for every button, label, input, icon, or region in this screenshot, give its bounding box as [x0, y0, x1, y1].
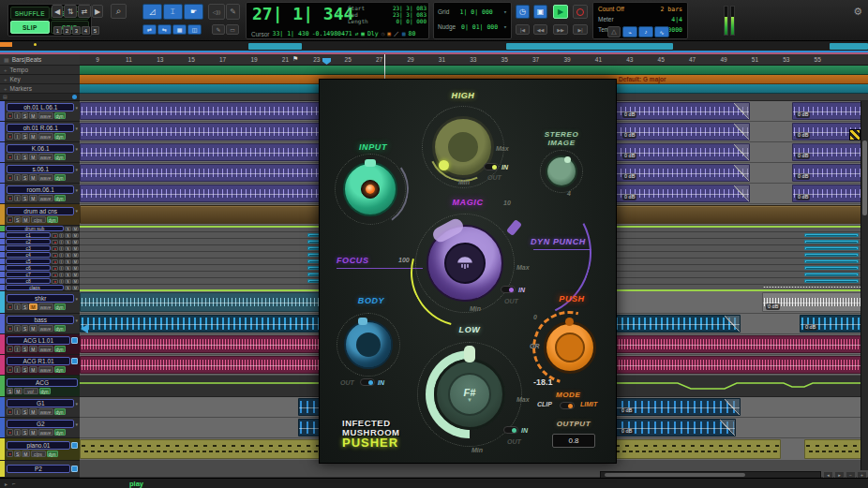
- track-btn-rec[interactable]: ●: [7, 216, 13, 223]
- tempo-ruler-button[interactable]: ⌁: [622, 26, 637, 37]
- clip-region[interactable]: 0 dB: [762, 292, 868, 312]
- track-btn-M[interactable]: M: [29, 112, 37, 119]
- end-value[interactable]: 23| 3| 083: [393, 11, 427, 18]
- count-off-value[interactable]: 2 bars: [661, 6, 682, 13]
- playlist-menu-icon[interactable]: ▾: [75, 126, 78, 131]
- track-btn-S[interactable]: S: [65, 233, 71, 238]
- track-btn-S[interactable]: S: [65, 286, 71, 290]
- track-btn-M[interactable]: M: [72, 259, 79, 264]
- track-btn-M[interactable]: M: [72, 286, 79, 290]
- track-btn-rec[interactable]: ●: [7, 195, 13, 201]
- clip-region[interactable]: 0 dB: [792, 185, 868, 202]
- grid-dropdown-icon[interactable]: ▾: [503, 8, 507, 16]
- clip-region[interactable]: [804, 240, 859, 244]
- track-btn-clps[interactable]: clps: [31, 216, 46, 223]
- track-btn-M[interactable]: M: [72, 240, 79, 244]
- track-btn-wave[interactable]: wave: [38, 429, 53, 436]
- dly-label[interactable]: Dly: [367, 30, 379, 37]
- track-btn-vol[interactable]: vol: [23, 388, 38, 394]
- count-off-label[interactable]: Count Off: [598, 6, 624, 13]
- track-name[interactable]: c4: [6, 252, 51, 258]
- track-btn-M[interactable]: M: [72, 246, 79, 251]
- zoom-wave-h-icon[interactable]: ⇄: [78, 5, 91, 18]
- track-btn-S[interactable]: S: [22, 133, 28, 140]
- ruler-name-markers[interactable]: +Markers: [0, 84, 80, 94]
- track-btn-M[interactable]: M: [72, 266, 79, 271]
- zoom-wave-v-icon[interactable]: ⇅: [64, 5, 77, 18]
- track-btn-rec[interactable]: ●: [52, 273, 57, 277]
- track-name[interactable]: s.06.1: [7, 165, 74, 173]
- track-btn-I[interactable]: I: [59, 253, 64, 258]
- track-name[interactable]: c2: [6, 239, 51, 244]
- track-btn-dyn[interactable]: dyn: [54, 303, 66, 310]
- track-btn-I[interactable]: I: [14, 408, 21, 415]
- list-icon[interactable]: ▤: [3, 95, 7, 99]
- high-out-label[interactable]: OUT: [487, 174, 501, 181]
- track-btn-dyn[interactable]: dyn: [47, 451, 58, 457]
- body-out-label[interactable]: OUT: [340, 379, 354, 386]
- track-btn-S[interactable]: S: [14, 216, 21, 223]
- playlist-menu-icon[interactable]: ▾: [75, 146, 78, 152]
- ruler-name-tempo[interactable]: +Tempo: [0, 66, 80, 75]
- track-btn-M[interactable]: M: [72, 273, 79, 277]
- clip-region[interactable]: 0 dB: [792, 102, 868, 120]
- track-btn-M[interactable]: M: [29, 154, 37, 160]
- metronome-icon[interactable]: △: [607, 26, 621, 37]
- track-btn-S[interactable]: S: [22, 174, 28, 181]
- bar-ruler[interactable]: 9111315171921232527293133353739414345474…: [80, 54, 868, 66]
- clip-gain-label[interactable]: 0 dB: [620, 428, 634, 435]
- playlist-menu-icon[interactable]: ▾: [75, 401, 78, 407]
- track-btn-S[interactable]: S: [22, 346, 28, 352]
- track-name[interactable]: c1: [6, 232, 51, 238]
- horizontal-scrollbar-thumb[interactable]: [605, 473, 745, 477]
- playlist-menu-icon[interactable]: ▾: [75, 421, 78, 427]
- playlist-menu-icon[interactable]: ▾: [75, 187, 78, 193]
- track-btn-rec[interactable]: ●: [52, 259, 57, 264]
- track-btn-M[interactable]: M: [29, 346, 37, 352]
- playlist-menu-icon[interactable]: ▾: [75, 208, 78, 214]
- clip-gain-label[interactable]: 0 dB: [796, 153, 810, 159]
- play-button[interactable]: ▶: [553, 5, 568, 19]
- mode-toggle[interactable]: [560, 402, 575, 409]
- track-btn-M[interactable]: M: [29, 429, 37, 436]
- track-btn-clps[interactable]: clps: [31, 451, 46, 457]
- track-name[interactable]: c5: [6, 259, 51, 264]
- clip-gain-label[interactable]: 0 dB: [620, 407, 634, 414]
- elastic-audio-warning-icon[interactable]: [849, 129, 861, 140]
- track-btn-wave[interactable]: wave: [38, 366, 53, 373]
- track-btn-wave[interactable]: wave: [38, 133, 53, 140]
- track-btn-rec[interactable]: ●: [52, 279, 57, 284]
- track-btn-rec[interactable]: ●: [7, 112, 13, 119]
- track-btn-wave[interactable]: wave: [38, 325, 53, 332]
- clip-gain-label[interactable]: 0 dB: [796, 173, 810, 180]
- trim-tool-icon[interactable]: ◿: [142, 4, 162, 20]
- zoom-left-arrow-icon[interactable]: ◀: [52, 5, 63, 18]
- track-btn-I[interactable]: I: [59, 273, 64, 277]
- track-btn-I[interactable]: I: [14, 346, 21, 352]
- ruler-name-key[interactable]: +Key: [0, 75, 80, 84]
- track-btn-dyn[interactable]: dyn: [54, 429, 66, 436]
- low-in-toggle[interactable]: IN: [503, 426, 528, 434]
- mode-limit-label[interactable]: LIMIT: [580, 401, 597, 407]
- clip-region[interactable]: [804, 233, 859, 237]
- track-name[interactable]: c6: [6, 265, 51, 271]
- clip-region[interactable]: [804, 273, 859, 276]
- track-name[interactable]: drum ad cns: [7, 207, 74, 215]
- track-btn-rec[interactable]: ●: [7, 133, 13, 140]
- edit-mode-shuffle[interactable]: SHUFFLE: [10, 7, 50, 20]
- track-btn-wave[interactable]: wave: [38, 303, 53, 310]
- track-name[interactable]: c3: [6, 245, 51, 251]
- tab-transient-icon[interactable]: ⇄: [142, 24, 157, 35]
- clip-gain-label[interactable]: 0 dB: [622, 173, 636, 180]
- key-signature-label[interactable]: Default: G major: [619, 76, 666, 82]
- track-name[interactable]: G1: [7, 399, 74, 407]
- track-btn-S[interactable]: S: [22, 366, 28, 373]
- track-badge[interactable]: [71, 337, 78, 344]
- rewind-button[interactable]: ◀◀: [533, 24, 547, 35]
- clip-region[interactable]: [804, 253, 859, 257]
- clock-mini-icon[interactable]: ◷: [382, 30, 385, 37]
- track-btn-S[interactable]: S: [65, 253, 71, 258]
- mode-clip-label[interactable]: CLIP: [537, 401, 552, 407]
- layered-edit-icon[interactable]: ▭: [226, 24, 239, 35]
- focus-value[interactable]: 100: [398, 257, 410, 263]
